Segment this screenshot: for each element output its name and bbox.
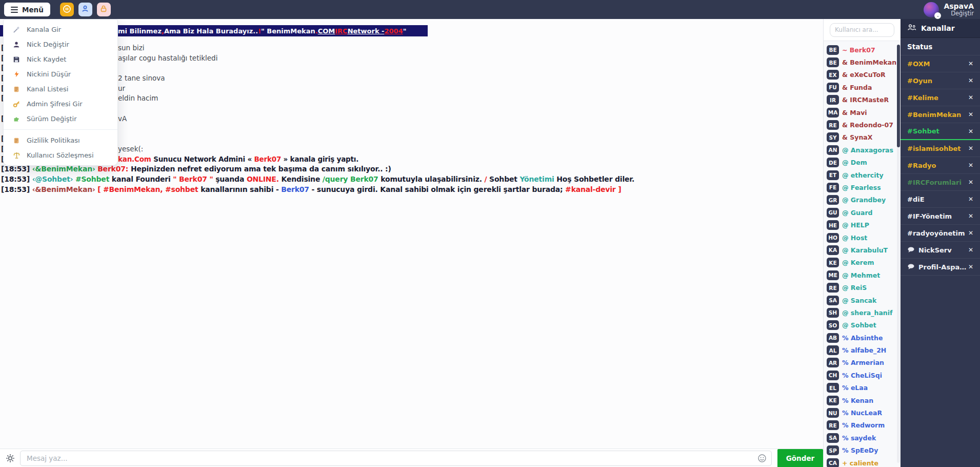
user-row[interactable]: KE@ Kerem — [824, 257, 901, 269]
user-row[interactable]: RE% Redworm — [824, 419, 901, 432]
menu-item[interactable]: Nick Değiştir — [4, 37, 117, 52]
menu-item[interactable]: Kanal Listesi — [4, 82, 117, 96]
user-row[interactable]: RE@ ReiS — [824, 281, 901, 294]
channel-close-icon[interactable]: ✕ — [968, 179, 973, 186]
channel-item[interactable]: #IRCForumlari✕ — [901, 174, 980, 191]
user-row[interactable]: RE& Redondo-07 — [824, 119, 901, 131]
user-name: & BenimMekan — [842, 59, 896, 66]
message-segment: vA — [118, 114, 127, 123]
channel-close-icon[interactable]: ✕ — [968, 60, 973, 67]
message-input[interactable] — [20, 451, 772, 466]
user-row[interactable]: ET@ ethercity — [824, 169, 901, 181]
channel-close-icon[interactable]: ✕ — [968, 263, 973, 270]
lock-button[interactable] — [97, 3, 111, 16]
channel-close-icon[interactable]: ✕ — [968, 128, 973, 135]
user-name: % Kenan — [842, 397, 873, 404]
channel-item[interactable]: #Oyun✕ — [901, 72, 980, 89]
user-row[interactable]: GU@ Guard — [824, 206, 901, 219]
user-row[interactable]: SO@ Sohbet — [824, 319, 901, 332]
menu-item[interactable]: Gizlilik Politikası — [4, 133, 117, 148]
user-badge: SP — [827, 445, 839, 455]
menu-item[interactable]: Admin Şifresi Gir — [4, 96, 117, 111]
menu-item-label: Nickini Düşür — [27, 70, 71, 78]
user-name: @ ethercity — [842, 171, 884, 179]
channel-item[interactable]: #Sohbet✕ — [901, 123, 980, 140]
user-row[interactable]: ME@ Mehmet — [824, 269, 901, 281]
pause-circle-button[interactable] — [60, 3, 74, 16]
channel-close-icon[interactable]: ✕ — [968, 77, 973, 84]
channel-item[interactable]: #Radyo✕ — [901, 157, 980, 174]
user-row[interactable]: NU% NucLeaR — [824, 406, 901, 419]
chat-line: [aşılar cogu hastalığı tetikledi — [0, 53, 823, 64]
message-input-wrap — [20, 451, 772, 466]
user-row[interactable]: BE~ Berk07 — [824, 44, 901, 56]
menu-item[interactable]: Kanala Gir — [4, 22, 117, 37]
channel-close-icon[interactable]: ✕ — [968, 111, 973, 118]
user-row[interactable]: SA% saydek — [824, 432, 901, 444]
user-row[interactable]: CA+ caliente — [824, 457, 901, 467]
user-row[interactable]: HE@ HELP — [824, 219, 901, 231]
channel-item[interactable]: #Kelime✕ — [901, 89, 980, 106]
channel-item[interactable]: #BenimMekan✕ — [901, 106, 980, 123]
settings-gear-icon[interactable] — [5, 453, 15, 463]
user-row[interactable]: FE@ Fearless — [824, 181, 901, 193]
puzzle-icon — [12, 115, 21, 123]
hamburger-icon — [11, 7, 18, 13]
user-row[interactable]: EX& eXeCuToR — [824, 69, 901, 81]
menu-item[interactable]: Nick Kaydet — [4, 52, 117, 67]
user-row[interactable]: GR@ Grandbey — [824, 194, 901, 206]
menu-button[interactable]: Menü — [4, 3, 50, 16]
channel-close-icon[interactable]: ✕ — [968, 229, 973, 237]
user-row[interactable]: SP% SpEeDy — [824, 444, 901, 457]
message-segment: Kendisine — [279, 175, 323, 183]
chat-messages: [sun bizi[aşılar cogu hastalığı tetikled… — [0, 43, 823, 194]
person-icon — [81, 5, 89, 14]
channel-close-icon[interactable]: ✕ — [968, 196, 973, 203]
emoji-icon[interactable] — [757, 454, 767, 465]
menu-item[interactable]: Sürüm Değiştir — [4, 111, 117, 126]
channel-close-icon[interactable]: ✕ — [968, 94, 973, 101]
message-segment: kan.Com — [118, 155, 153, 163]
message-segment: » kanala giriş yaptı. — [281, 155, 358, 163]
channel-close-icon[interactable]: ✕ — [968, 162, 973, 169]
user-row[interactable]: CH% CheLiSqi — [824, 369, 901, 381]
send-button[interactable]: Gönder — [777, 449, 823, 467]
channel-item[interactable]: #IF-Yönetim✕ — [901, 208, 980, 225]
menu-item[interactable]: Nickini Düşür — [4, 67, 117, 82]
channel-close-icon[interactable]: ✕ — [968, 145, 973, 152]
user-row[interactable]: IR& IRCMasteR — [824, 94, 901, 106]
channel-item[interactable]: #diE✕ — [901, 191, 980, 208]
channel-close-icon[interactable]: ✕ — [968, 212, 973, 220]
user-row[interactable]: AL% alfabe_2H — [824, 344, 901, 356]
timestamp: [18:53] — [1, 165, 30, 173]
channel-close-icon[interactable]: ✕ — [968, 246, 973, 254]
channel-item[interactable]: NickServ✕ — [901, 242, 980, 259]
channel-item[interactable]: Profil-Aspa…✕ — [901, 259, 980, 276]
channel-item[interactable]: #radyoyönetim✕ — [901, 225, 980, 242]
user-row[interactable]: FU& Funda — [824, 81, 901, 93]
user-row[interactable]: SA@ Sancak — [824, 294, 901, 306]
menu-item[interactable]: Kullanıcı Sözleşmesi — [4, 148, 117, 163]
channel-item[interactable]: #islamisohbet✕ — [901, 140, 980, 157]
change-nick-link[interactable]: Değiştir — [944, 10, 974, 17]
channel-item-status[interactable]: Status — [901, 38, 980, 55]
user-row[interactable]: SY& SynaX — [824, 131, 901, 144]
user-profile-button[interactable] — [78, 3, 92, 16]
user-row[interactable]: MA& Mavi — [824, 106, 901, 119]
user-row[interactable]: AB% Absinthe — [824, 332, 901, 344]
user-row[interactable]: EL% eLaa — [824, 382, 901, 394]
avatar[interactable]: ⌄ — [924, 2, 939, 17]
user-row[interactable]: AR% Armerian — [824, 357, 901, 369]
channel-item[interactable]: #OXM✕ — [901, 55, 980, 72]
user-search-input[interactable] — [830, 23, 894, 37]
scrollbar-thumb[interactable] — [897, 45, 900, 147]
user-row[interactable]: DE@ Dem — [824, 157, 901, 169]
user-row[interactable]: AN@ Anaxagoras — [824, 144, 901, 156]
user-row[interactable]: BE& BenimMekan — [824, 56, 901, 68]
scroll-icon — [12, 137, 21, 145]
user-row[interactable]: KA@ KarabuluT — [824, 244, 901, 256]
user-row[interactable]: SH@ shera_hanif — [824, 306, 901, 319]
user-row[interactable]: KE% Kenan — [824, 394, 901, 406]
user-row[interactable]: HO@ Host — [824, 231, 901, 244]
topic-segment: mi Bilinmez — [118, 27, 162, 35]
